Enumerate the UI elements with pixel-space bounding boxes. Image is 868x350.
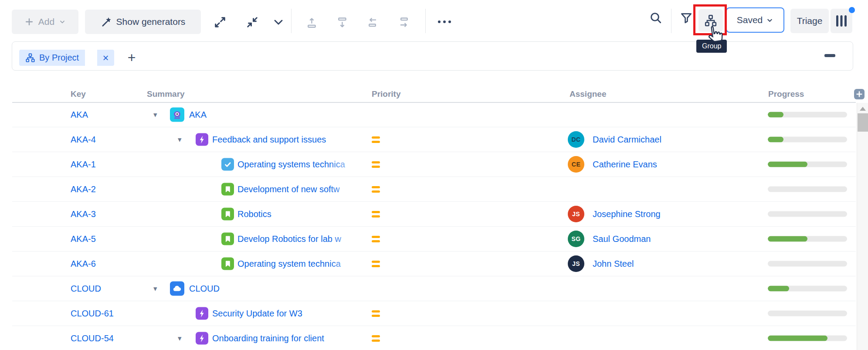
move-left-button[interactable] xyxy=(367,16,379,30)
plus-icon: + xyxy=(128,50,136,65)
summary-cell: Operating system technica xyxy=(237,257,370,270)
add-grouping-button[interactable]: + xyxy=(122,48,141,67)
priority-medium-icon xyxy=(372,259,380,268)
expand-all-button[interactable] xyxy=(213,15,227,30)
table-row: CLOUD ▾ CLOUD xyxy=(12,276,856,301)
chevron-down-icon xyxy=(273,18,284,27)
issue-key-link[interactable]: CLOUD-61 xyxy=(71,309,114,319)
issue-type-icon xyxy=(196,307,208,320)
issue-key-link[interactable]: AKA xyxy=(71,110,88,120)
toolbar-divider xyxy=(671,9,671,33)
group-by-project-chip[interactable]: By Project xyxy=(19,50,85,66)
table-row: AKA-4 ▾ Feedback and support issues DC D… xyxy=(12,127,856,152)
toolbar-divider xyxy=(291,9,292,33)
move-right-button[interactable] xyxy=(397,16,410,30)
saved-dropdown-button[interactable]: Saved xyxy=(726,7,784,33)
triage-label: Triage xyxy=(797,16,823,26)
issue-type-icon xyxy=(196,332,208,345)
assignee-link[interactable]: David Carmichael xyxy=(593,135,661,145)
issue-summary-link[interactable]: CLOUD xyxy=(189,284,220,293)
issue-summary-link[interactable]: Operating system technica xyxy=(237,259,341,268)
chip-close-button[interactable]: × xyxy=(97,50,114,66)
issue-key-link[interactable]: AKA-5 xyxy=(71,234,96,244)
table-row: AKA-1 Operating systems technica CE Cath… xyxy=(12,152,856,177)
close-icon: × xyxy=(102,52,108,64)
filter-button[interactable] xyxy=(679,10,694,25)
top-toolbar: Add Show generators xyxy=(0,0,868,41)
issue-summary-link[interactable]: Robotics xyxy=(237,209,271,219)
assignee-avatar: SG xyxy=(568,231,584,247)
expand-toggle-icon[interactable]: ▾ xyxy=(178,335,182,342)
columns-icon xyxy=(835,14,848,27)
columns-button[interactable] xyxy=(831,9,852,33)
issue-summary-link[interactable]: Operating systems technica xyxy=(237,160,345,169)
expand-toggle-icon[interactable]: ▾ xyxy=(153,285,157,292)
issue-summary-link[interactable]: Develop Robotics for lab w xyxy=(237,234,341,244)
issue-key-link[interactable]: AKA-3 xyxy=(71,209,96,219)
collapse-panel-button[interactable] xyxy=(824,54,835,57)
expand-toggle-icon[interactable]: ▾ xyxy=(178,136,182,143)
assignee-link[interactable]: John Steel xyxy=(593,259,634,269)
add-column-button[interactable] xyxy=(854,89,865,99)
column-header-priority[interactable]: Priority xyxy=(372,89,401,99)
issue-type-icon xyxy=(221,158,234,171)
group-tooltip: Group xyxy=(696,40,727,53)
more-button[interactable] xyxy=(436,17,453,26)
triage-button[interactable]: Triage xyxy=(790,9,829,33)
issue-summary-link[interactable]: Onboarding training for client xyxy=(212,333,324,343)
issue-key-link[interactable]: AKA-4 xyxy=(71,135,96,145)
priority-medium-icon xyxy=(372,234,380,243)
issue-key-link[interactable]: AKA-1 xyxy=(71,160,96,170)
issue-summary-link[interactable]: AKA xyxy=(189,110,207,119)
table-row: AKA-3 Robotics JS Josephine Strong xyxy=(12,202,856,227)
issue-summary-link[interactable]: Security Update for W3 xyxy=(212,309,302,318)
scroll-up-arrow-icon[interactable] xyxy=(860,107,866,111)
column-header-assignee[interactable]: Assignee xyxy=(570,89,606,99)
progress-bar xyxy=(768,137,847,143)
add-button[interactable]: Add xyxy=(12,10,78,34)
summary-cell: Develop Robotics for lab w xyxy=(237,232,370,245)
view-bar-panel: By Project × + xyxy=(12,41,853,71)
issue-type-icon xyxy=(221,183,234,196)
issue-key-link[interactable]: CLOUD xyxy=(71,284,101,294)
issue-key-link[interactable]: AKA-6 xyxy=(71,259,96,269)
collapse-all-button[interactable] xyxy=(245,15,260,30)
saved-label: Saved xyxy=(737,15,763,25)
scrollbar-thumb[interactable] xyxy=(858,113,868,132)
group-button[interactable] xyxy=(698,9,723,32)
table-row: AKA-2 Development of new softw xyxy=(12,177,856,202)
issue-key-link[interactable]: CLOUD-54 xyxy=(71,333,114,343)
vertical-scrollbar[interactable] xyxy=(857,103,868,350)
table-row: AKA-5 Develop Robotics for lab w SG Saul… xyxy=(12,227,856,251)
priority-medium-icon xyxy=(372,210,380,218)
priority-medium-icon xyxy=(372,185,380,194)
summary-cell: Robotics xyxy=(237,207,370,221)
issue-summary-link[interactable]: Development of new softw xyxy=(237,184,340,194)
move-up-button[interactable] xyxy=(306,16,318,30)
issue-type-icon xyxy=(221,208,234,221)
assignee-link[interactable]: Saul Goodman xyxy=(593,234,651,244)
group-icon xyxy=(704,14,717,27)
issue-summary-link[interactable]: Feedback and support issues xyxy=(212,135,326,144)
column-header-summary[interactable]: Summary xyxy=(147,89,185,99)
show-generators-button[interactable]: Show generators xyxy=(85,10,201,34)
assignee-link[interactable]: Catherine Evans xyxy=(593,160,657,170)
move-down-button[interactable] xyxy=(336,16,349,30)
toolbar-divider xyxy=(425,9,426,33)
column-header-progress[interactable]: Progress xyxy=(768,89,804,99)
issue-key-link[interactable]: AKA-2 xyxy=(71,184,96,194)
table-row: CLOUD-54 ▾ Onboarding training for clien… xyxy=(12,326,856,350)
progress-bar xyxy=(768,311,847,316)
notification-dot xyxy=(849,7,855,13)
assignee-avatar: JS xyxy=(568,255,584,272)
progress-bar xyxy=(768,286,847,292)
group-by-icon xyxy=(25,53,35,63)
assignee-link[interactable]: Josephine Strong xyxy=(593,209,661,219)
more-icon xyxy=(437,19,452,24)
table-row: AKA ▾ AKA xyxy=(12,102,856,127)
search-button[interactable] xyxy=(648,10,663,25)
expand-level-chevron-button[interactable] xyxy=(272,17,285,28)
table-row: CLOUD-61 Security Update for W3 xyxy=(12,301,856,326)
column-header-key[interactable]: Key xyxy=(71,89,86,99)
expand-toggle-icon[interactable]: ▾ xyxy=(153,111,157,119)
